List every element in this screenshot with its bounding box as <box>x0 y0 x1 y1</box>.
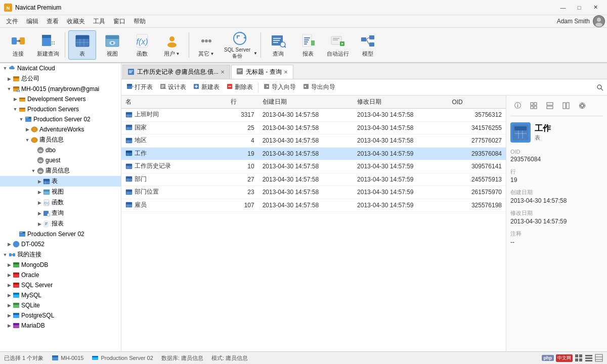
sidebar-item-oracle[interactable]: ▶ Oracle <box>0 270 121 280</box>
list-view-icon[interactable] <box>585 354 593 362</box>
table-row[interactable]: 部门位置 23 2013-04-30 14:57:58 2013-04-30 1… <box>121 186 506 199</box>
dt0052-label: DT-0052 <box>21 241 45 248</box>
prod-server-02-2-label: Production Server 02 <box>27 231 84 238</box>
sidebar-item-mysql[interactable]: ▶ MySQL <box>0 290 121 300</box>
table-row[interactable]: 国家 25 2013-04-30 14:57:58 2013-04-30 14:… <box>121 121 506 134</box>
sidebar-item-general-company[interactable]: ▶ 总公司 <box>0 73 121 84</box>
sidebar-item-mariadb[interactable]: ▶ MariaDB <box>0 321 121 331</box>
toolbar-new-query[interactable]: 新建查询 <box>34 30 62 60</box>
toolbar-function[interactable]: f(x) 函数 <box>128 30 156 60</box>
toolbar-connect[interactable]: 连接 <box>4 30 32 60</box>
sidebar-item-adventureworks[interactable]: ▶ AdventureWorks <box>0 124 121 134</box>
import-wizard-icon <box>264 83 271 92</box>
sidebar-item-views[interactable]: ▶ 视图 <box>0 187 121 197</box>
maximize-button[interactable]: □ <box>572 3 587 13</box>
sidebar-item-sqlite[interactable]: ▶ SQLite <box>0 300 121 310</box>
open-table-button[interactable]: 打开表 <box>123 81 156 93</box>
functions-label: 函数 <box>52 198 64 207</box>
sidebar-item-queries[interactable]: ▶ 查询 <box>0 208 121 218</box>
new-table-button[interactable]: 新建表 <box>190 81 223 93</box>
dev-servers-label: Development Servers <box>27 96 85 103</box>
toolbar-report[interactable]: 报表 <box>294 30 322 60</box>
sidebar-item-tables[interactable]: ▶ 表 <box>0 176 121 187</box>
menu-edit[interactable]: 编辑 <box>22 16 42 27</box>
table-row[interactable]: 部门 27 2013-04-30 14:57:58 2013-04-30 14:… <box>121 173 506 186</box>
import-wizard-button[interactable]: 导入向导 <box>261 81 299 93</box>
export-wizard-button[interactable]: 导出向导 <box>300 81 338 93</box>
sidebar-item-navicat-cloud[interactable]: ▼ Navicat Cloud <box>0 63 121 73</box>
detail-view-icon[interactable] <box>595 354 603 362</box>
cell-rows: 10 <box>227 160 258 173</box>
server-user-icon <box>12 85 20 93</box>
toolbar-backup[interactable]: SQL Server 备份 ▼ <box>222 30 257 60</box>
design-table-button[interactable]: 设计表 <box>157 81 189 93</box>
search-button[interactable] <box>595 82 605 93</box>
menu-favorites[interactable]: 收藏夹 <box>63 16 89 27</box>
cell-oid: 261575970 <box>448 186 506 199</box>
sidebar-item-dt0052[interactable]: ▶ DT-0052 <box>0 239 121 249</box>
svg-point-183 <box>580 103 585 109</box>
status-connection-info: Production Server 02 <box>92 354 153 361</box>
minimize-button[interactable]: — <box>555 3 571 13</box>
rp-settings-btn[interactable] <box>575 100 589 112</box>
toolbar-table[interactable]: 表 <box>68 30 96 60</box>
sidebar-item-prod-servers[interactable]: ▼ Production Servers <box>0 104 121 114</box>
rp-split-btn[interactable] <box>543 100 557 112</box>
menu-tools[interactable]: 工具 <box>89 16 109 27</box>
new-table-icon <box>193 83 200 92</box>
table-row[interactable]: 地区 4 2013-04-30 14:57:58 2013-04-30 14:5… <box>121 134 506 148</box>
close-button[interactable]: ✕ <box>588 3 603 13</box>
grid-view-icon[interactable] <box>575 354 583 362</box>
model-icon <box>360 33 376 49</box>
menu-view[interactable]: 查看 <box>42 16 63 27</box>
toolbar-user[interactable]: 用户 ▼ <box>158 30 186 60</box>
menu-file[interactable]: 文件 <box>2 16 22 27</box>
rp-cols-btn[interactable] <box>559 100 573 112</box>
prod-server-02-label: Production Server 02 <box>33 116 91 123</box>
toolbar-view[interactable]: 视图 <box>98 30 126 60</box>
cell-created: 2013-04-30 14:57:58 <box>258 121 353 134</box>
svg-rect-179 <box>547 106 553 109</box>
table-row[interactable]: 雇员 107 2013-04-30 14:57:58 2013-04-30 14… <box>121 199 506 212</box>
sidebar-item-postgresql[interactable]: ▶ PostgreSQL <box>0 310 121 321</box>
toolbar-query[interactable]: 查询 <box>264 30 292 60</box>
toolbar-autorun[interactable]: 自动运行 <box>324 30 352 60</box>
svg-rect-43 <box>311 40 315 46</box>
rp-field-label: 注释 <box>510 230 603 238</box>
toolbar-model[interactable]: 模型 <box>354 30 381 60</box>
sidebar-item-my-connections[interactable]: ▼ 我的连接 <box>0 249 121 260</box>
menu-window[interactable]: 窗口 <box>109 16 129 27</box>
cn-badge: 中文网 <box>556 354 573 362</box>
sidebar-item-mh0015[interactable]: ▼ MH-0015 (marybrown@gmai <box>0 84 121 94</box>
table-row[interactable]: 上班时间 3317 2013-04-30 14:57:58 2013-04-30… <box>121 109 506 122</box>
sidebar-item-prod-server-02-2[interactable]: ▶ Production Server 02 <box>0 229 121 239</box>
rp-info-btn[interactable]: ⓘ <box>510 100 525 112</box>
window-controls: — □ ✕ <box>555 3 603 13</box>
sidebar-item-functions[interactable]: ▶ f(x) 函数 <box>0 197 121 208</box>
rp-grid-btn[interactable] <box>527 100 541 112</box>
sidebar-item-guest[interactable]: ▶ db guest <box>0 155 121 165</box>
svg-rect-108 <box>13 283 19 285</box>
sidebar-item-employee-schema[interactable]: ▼ db 庸员信息 <box>0 165 121 176</box>
sidebar-item-reports[interactable]: ▶ 报表 <box>0 218 121 229</box>
svg-rect-10 <box>42 35 51 38</box>
sidebar-item-employee-db[interactable]: ▼ 庸员信息 <box>0 134 121 145</box>
tab-query[interactable]: 无标题 - 查询 ✕ <box>231 65 293 79</box>
toolbar-other[interactable]: 其它 ▼ <box>192 30 220 60</box>
tab-history-close[interactable]: ✕ <box>221 69 225 75</box>
sidebar-item-prod-server-02[interactable]: ▼ Production Server 02 <box>0 114 121 124</box>
status-database: 数据库: 庸员信息 <box>161 354 203 362</box>
tab-query-close[interactable]: ✕ <box>284 69 288 75</box>
svg-rect-147 <box>126 125 132 127</box>
cell-name: 部门 <box>121 173 227 186</box>
row-table-icon <box>125 163 133 170</box>
sidebar-item-mongodb[interactable]: ▶ MongoDB <box>0 260 121 270</box>
sidebar-item-dev-servers[interactable]: ▶ Development Servers <box>0 94 121 104</box>
tab-history[interactable]: 工作历史记录 @庸员信息.債... ✕ <box>122 65 230 79</box>
table-row[interactable]: 工作 19 2013-04-30 14:57:58 2013-04-30 14:… <box>121 147 506 160</box>
sidebar-item-sql-server[interactable]: ▶ SQL Server <box>0 280 121 290</box>
menu-help[interactable]: 帮助 <box>129 16 150 27</box>
sidebar-item-dbo[interactable]: ▶ db dbo <box>0 145 121 155</box>
delete-table-button[interactable]: 删除表 <box>224 81 256 93</box>
table-row[interactable]: 工作历史记录 10 2013-04-30 14:57:58 2013-04-30… <box>121 160 506 173</box>
